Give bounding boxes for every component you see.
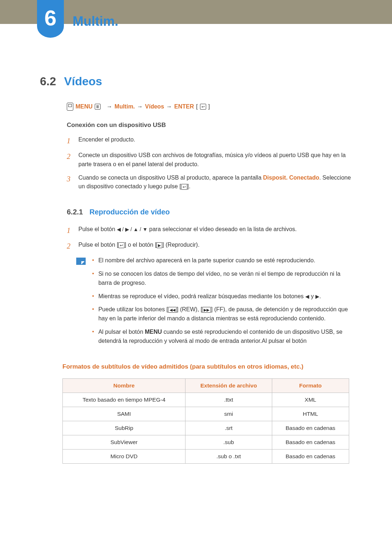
sub2-heading: 6.2.1 Reproducción de vídeo [67, 208, 352, 216]
fastforward-icon: ▶▶ [202, 307, 211, 313]
step-1: 1 Encender el producto. [67, 135, 352, 147]
table-row: SubViewer .sub Basado en cadenas [63, 435, 349, 449]
menupath-menu: MENU [75, 103, 93, 110]
th-format: Formato [272, 378, 349, 393]
note-4: Puede utilizar los botones [◀◀] (REW), [… [92, 305, 352, 323]
note-3: Mientras se reproduce el vídeo, podrá re… [92, 292, 352, 301]
chapter-number: 6 [37, 0, 64, 36]
left-arrow-icon: ◀ [305, 294, 309, 299]
step-2: 2 Conecte un dispositivo USB con archivo… [67, 151, 352, 169]
chapter-badge: 6 [37, 0, 64, 38]
note-list: El nombre del archivo aparecerá en la pa… [92, 256, 352, 350]
enter-icon: ↩ [200, 104, 206, 110]
note-1: El nombre del archivo aparecerá en la pa… [92, 256, 352, 265]
right-arrow-icon: ▶ [315, 294, 319, 299]
remote-icon [67, 103, 73, 111]
th-name: Nombre [63, 378, 185, 393]
enter-icon-2: ↩ [181, 184, 187, 190]
table-row: SAMI smi HTML [63, 407, 349, 421]
arrow-3: → [166, 103, 172, 110]
menu-bold: MENU [145, 329, 162, 335]
menu-path: MENU Ⅲ → Multim. → Vídeos → ENTER[↩] [67, 103, 352, 111]
chapter-title: Multim. [73, 14, 118, 29]
sub1-heading: Conexión con un dispositivo USB [67, 122, 352, 129]
sub2-steps: 1 Pulse el botón ◀ / ▶ / ▲ / ▼ para sele… [67, 225, 352, 252]
step-1-text: Encender el producto. [78, 135, 135, 147]
note-5: Al pulsar el botón MENU cuando se esté r… [92, 328, 352, 346]
play-step-2: 2 Pulse el botón [↩] o el botón [▶] (Rep… [67, 241, 352, 252]
menupath-enter: ENTER [174, 103, 194, 110]
step-2-text: Conecte un dispositivo USB con archivos … [78, 151, 352, 169]
step-3: 3 Cuando se conecta un dispositivo USB a… [67, 173, 352, 192]
note-2: Si no se conocen los datos de tiempo del… [92, 270, 352, 288]
section-title: Vídeos [64, 75, 102, 88]
menupath-p1: Multim. [115, 103, 135, 110]
menupath-p2: Vídeos [145, 103, 164, 110]
note-block: El nombre del archivo aparecerá en la pa… [76, 256, 352, 350]
section-heading: 6.2 Vídeos [40, 75, 352, 88]
arrow-2: → [137, 103, 143, 110]
table-caption: Formatos de subtítulos de vídeo admitido… [62, 363, 352, 370]
rewind-icon: ◀◀ [168, 307, 177, 313]
play-step-1: 1 Pulse el botón ◀ / ▶ / ▲ / ▼ para sele… [67, 225, 352, 236]
sub1-steps: 1 Encender el producto. 2 Conecte un dis… [67, 135, 352, 191]
table-row: Micro DVD .sub o .txt Basado en cadenas [63, 449, 349, 463]
table-row: Texto basado en tiempo MPEG-4 .ttxt XML [63, 393, 349, 407]
arrow-1: → [107, 103, 113, 110]
page-top-band: 6 [0, 0, 392, 24]
menu-grid-icon: Ⅲ [95, 104, 101, 110]
note-icon [76, 258, 86, 265]
section-number: 6.2 [40, 75, 56, 88]
enter-icon-3: ↩ [118, 242, 124, 248]
device-connected-label: Disposit. Conectado [263, 175, 319, 181]
sub2-num: 6.2.1 [67, 208, 83, 216]
sub2-title: Reproducción de vídeo [89, 208, 170, 216]
nav-arrows-icon: ◀ / ▶ / ▲ / ▼ [117, 226, 148, 232]
subtitle-format-table: Nombre Extensión de archivo Formato Text… [62, 378, 349, 464]
play-icon: ▶ [156, 242, 162, 248]
table-row: SubRip .srt Basado en cadenas [63, 421, 349, 435]
page-body: 6.2 Vídeos MENU Ⅲ → Multim. → Vídeos → E… [0, 75, 392, 464]
step-3-text: Cuando se conecta un dispositivo USB al … [78, 173, 352, 192]
th-ext: Extensión de archivo [185, 378, 272, 393]
